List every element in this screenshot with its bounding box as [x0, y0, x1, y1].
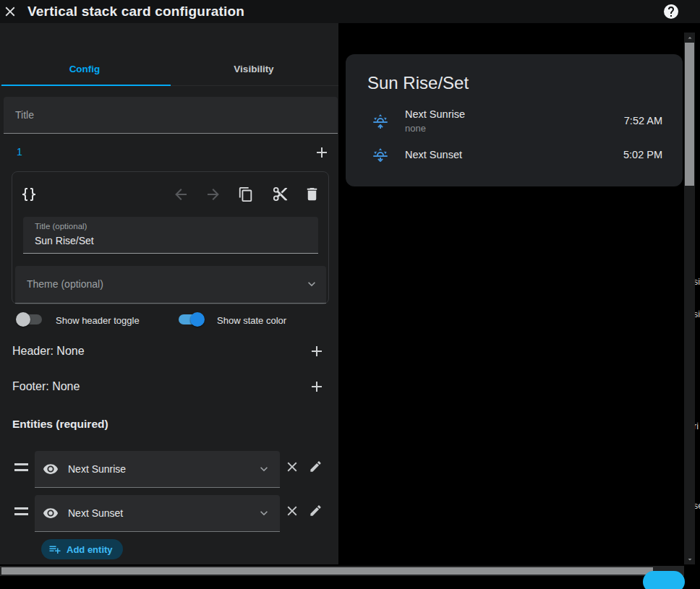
stack-title-field[interactable]: Title — [4, 97, 338, 134]
eye-icon — [43, 505, 59, 521]
toggle-knob — [190, 312, 205, 327]
playlist-plus-icon — [48, 543, 61, 556]
add-footer-button[interactable] — [308, 378, 325, 395]
delete-card-icon[interactable] — [304, 186, 320, 202]
preview-entity-state[interactable]: 5:02 PM — [623, 149, 662, 160]
scroll-down-icon[interactable] — [684, 554, 695, 564]
eye-icon — [43, 461, 59, 477]
cut-card-icon[interactable] — [272, 186, 289, 202]
header-row-label: Header: None — [12, 345, 85, 358]
preview-entity-name[interactable]: Next Sunrise — [405, 108, 465, 120]
toggle-knob — [16, 312, 30, 327]
remove-entity-button[interactable] — [284, 459, 300, 475]
card-config-dialog: Vertical stack card configuration Config… — [0, 0, 700, 589]
sunset-icon — [372, 147, 389, 164]
add-entity-button[interactable]: Add entity — [41, 539, 123, 559]
vertical-scrollbar-thumb[interactable] — [685, 43, 694, 186]
sunrise-icon — [372, 113, 389, 130]
card-editor-box: Title (optional) Sun Rise/Set Theme (opt… — [12, 171, 329, 304]
entity-picker[interactable]: Next Sunset — [35, 495, 280, 532]
preview-entity-state[interactable]: 7:52 AM — [624, 115, 662, 126]
dialog-title: Vertical stack card configuration — [27, 4, 244, 20]
move-card-left-icon[interactable] — [172, 186, 189, 203]
chevron-down-icon — [257, 462, 271, 476]
move-card-right-icon[interactable] — [205, 186, 222, 203]
entity-name: Next Sunrise — [68, 451, 126, 488]
drag-handle-icon[interactable] — [14, 463, 28, 472]
card-title-value: Sun Rise/Set — [35, 235, 94, 246]
save-button-partial[interactable] — [643, 571, 685, 589]
dialog-tab-bar: Config Visibility — [0, 52, 338, 86]
show-state-color-toggle[interactable] — [179, 314, 203, 324]
card-title-label: Title (optional) — [35, 222, 87, 231]
dialog-header: Vertical stack card configuration — [0, 0, 700, 23]
theme-dropdown[interactable]: Theme (optional) — [15, 266, 326, 304]
config-pane: Config Visibility Title 1 — [0, 23, 338, 564]
show-header-toggle[interactable] — [17, 314, 42, 324]
add-entity-label: Add entity — [67, 544, 113, 555]
vertical-scrollbar[interactable] — [684, 33, 695, 564]
active-tab-indicator — [1, 85, 171, 86]
tab-visibility[interactable]: Visibility — [169, 52, 338, 85]
horizontal-scrollbar[interactable] — [0, 566, 684, 576]
entity-row: Next Sunset — [0, 495, 338, 532]
add-header-button[interactable] — [308, 343, 325, 360]
edit-entity-button[interactable] — [309, 460, 323, 473]
entity-picker[interactable]: Next Sunrise — [35, 451, 280, 488]
card-pager-tab-1[interactable]: 1 — [17, 146, 22, 158]
card-preview: Sun Rise/Set Next Sunrise none 7:52 AM N… — [346, 54, 683, 186]
drag-handle-icon[interactable] — [14, 507, 28, 516]
show-state-color-label: Show state color — [217, 315, 286, 326]
help-icon[interactable] — [662, 2, 680, 20]
preview-card-title: Sun Rise/Set — [367, 73, 469, 93]
entities-heading: Entities (required) — [12, 418, 108, 431]
preview-entity-secondary: none — [405, 123, 426, 134]
scroll-up-icon[interactable] — [684, 33, 695, 43]
preview-entity-name[interactable]: Next Sunset — [405, 149, 462, 160]
entity-row: Next Sunrise — [0, 451, 338, 488]
card-title-field[interactable]: Title (optional) Sun Rise/Set — [23, 217, 318, 254]
entity-name: Next Sunset — [68, 495, 123, 532]
theme-label: Theme (optional) — [27, 266, 103, 303]
remove-entity-button[interactable] — [284, 503, 300, 519]
close-icon[interactable] — [2, 3, 20, 20]
edit-entity-button[interactable] — [309, 504, 323, 517]
add-card-button[interactable] — [313, 144, 330, 161]
chevron-down-icon — [257, 506, 271, 520]
show-header-toggle-label: Show header toggle — [56, 315, 140, 326]
chevron-down-icon — [304, 277, 319, 291]
tab-config[interactable]: Config — [0, 52, 169, 85]
horizontal-scrollbar-thumb[interactable] — [1, 567, 653, 575]
code-editor-icon[interactable] — [20, 186, 38, 203]
stack-title-label: Title — [15, 97, 34, 134]
copy-card-icon[interactable] — [238, 186, 254, 202]
footer-row-label: Footer: None — [12, 380, 80, 393]
